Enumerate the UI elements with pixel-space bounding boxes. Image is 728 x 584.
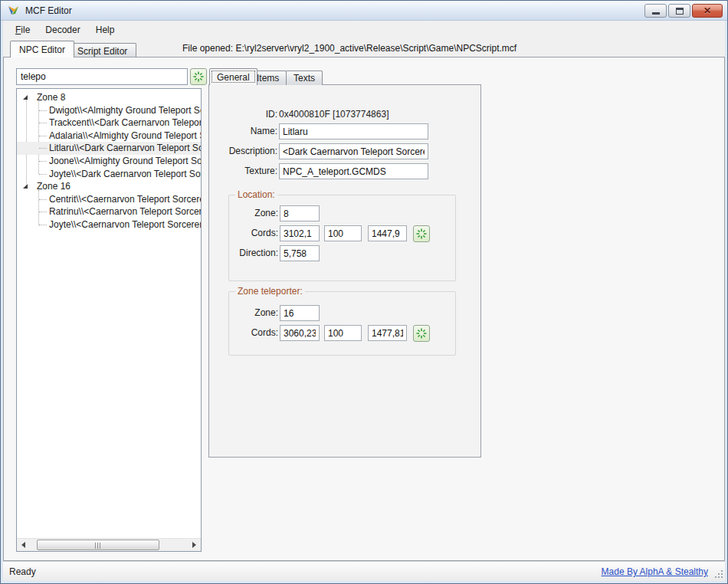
id-value: 0x4000810F [1073774863]	[279, 109, 389, 120]
tree-node-label: Zone 8	[37, 91, 65, 104]
zone-teleporter-group-title: Zone teleporter:	[235, 286, 305, 297]
tree-node-label: Joyte\\<Caernarvon Teleport Sorcerer>	[49, 218, 201, 231]
tab-npc-editor[interactable]: NPC Editor	[10, 41, 74, 57]
tree-node-label: Joone\\<Almighty Ground Teleport Sorc	[49, 155, 201, 168]
location-cord-y-field[interactable]	[324, 225, 362, 241]
status-bar: Ready Made By AlphA & Stealthy	[3, 561, 725, 581]
tree-node-leaf[interactable]: Joyte\\<Dark Caernarvon Teleport Sorc	[17, 168, 201, 181]
tree-horizontal-scrollbar[interactable]	[17, 538, 201, 551]
npc-editor-page: Zone 8 Dwigot\\<Almighty Ground Teleport…	[3, 57, 725, 561]
window-title: MCF Editor	[25, 5, 72, 16]
npc-tree-rows: Zone 8 Dwigot\\<Almighty Ground Teleport…	[17, 89, 201, 231]
tree-node-label: Trackcent\\<Dark Caernarvon Teleport	[49, 116, 201, 130]
description-label: Description:	[213, 143, 277, 159]
client-area: File Decoder Help NPC Editor Script Edit…	[3, 21, 725, 581]
location-group-title: Location:	[235, 189, 277, 200]
teleporter-cord-x-field[interactable]	[280, 325, 320, 341]
close-button[interactable]: ✕	[692, 4, 723, 18]
search-go-button[interactable]	[190, 68, 207, 85]
tree-node-leaf[interactable]: Litlaru\\<Dark Caernarvon Teleport Sor	[17, 142, 201, 155]
tree-node-leaf[interactable]: Joyte\\<Caernarvon Teleport Sorcerer>	[17, 218, 201, 231]
menu-help[interactable]: Help	[88, 22, 123, 38]
menu-decoder[interactable]: Decoder	[38, 22, 87, 38]
location-cord-x-field[interactable]	[280, 225, 320, 241]
sparkle-icon	[193, 71, 204, 82]
location-zone-label: Zone:	[214, 205, 278, 221]
minimize-button[interactable]	[644, 4, 667, 18]
teleporter-cord-y-field[interactable]	[324, 325, 362, 341]
tree-node-leaf[interactable]: Centrit\\<Caernarvon Teleport Sorcerer>	[17, 193, 201, 206]
location-zone-field[interactable]	[280, 205, 320, 221]
tab-script-editor[interactable]: Script Editor	[68, 43, 136, 57]
scroll-left-arrow-icon[interactable]	[17, 539, 30, 551]
file-opened-text: File opened: E:\ryl2server\vryl2_1900_ac…	[182, 43, 516, 54]
name-field[interactable]	[279, 123, 428, 139]
zone-teleporter-group: Zone teleporter: Zone: Cords:	[228, 291, 456, 356]
app-logo-icon	[7, 4, 21, 18]
search-input[interactable]	[16, 68, 188, 85]
menu-file[interactable]: File	[8, 22, 38, 38]
tree-node-label: Joyte\\<Dark Caernarvon Teleport Sorc	[49, 168, 201, 181]
title-bar[interactable]: MCF Editor ✕	[1, 1, 727, 21]
description-field[interactable]	[279, 143, 428, 159]
tree-node-leaf[interactable]: Dwigot\\<Almighty Ground Teleport Sor	[17, 104, 201, 117]
minimize-icon	[652, 12, 660, 15]
tree-node-label: Adalaria\\<Almighty Ground Teleport Sc	[49, 130, 201, 143]
resize-grip-icon[interactable]	[714, 569, 723, 579]
texture-field[interactable]	[279, 163, 428, 179]
tree-node-leaf[interactable]: Trackcent\\<Dark Caernarvon Teleport	[17, 116, 201, 130]
sparkle-icon	[416, 228, 427, 239]
tree-children-group: Centrit\\<Caernarvon Teleport Sorcerer> …	[17, 193, 201, 231]
teleporter-cords-label: Cords:	[214, 325, 278, 341]
tree-node-leaf[interactable]: Joone\\<Almighty Ground Teleport Sorc	[17, 155, 201, 168]
tree-node-label: Ratrinu\\<Caernarvon Teleport Sorcere	[49, 205, 201, 218]
direction-field[interactable]	[280, 245, 320, 261]
texture-label: Texture:	[213, 163, 277, 179]
npc-tree[interactable]: Zone 8 Dwigot\\<Almighty Ground Teleport…	[16, 88, 202, 552]
tab-texts[interactable]: Texts	[286, 71, 323, 85]
tree-node-leaf[interactable]: Ratrinu\\<Caernarvon Teleport Sorcere	[17, 205, 201, 218]
tree-node-label: Litlaru\\<Dark Caernarvon Teleport Sor	[49, 142, 201, 155]
tab-general[interactable]: General	[209, 68, 257, 85]
sparkle-icon	[416, 328, 427, 339]
tree-expand-icon[interactable]	[23, 184, 28, 189]
location-cord-z-field[interactable]	[368, 225, 407, 241]
close-icon: ✕	[703, 6, 711, 15]
tree-expand-icon[interactable]	[23, 95, 28, 100]
location-group: Location: Zone: Cords:	[228, 195, 456, 281]
tree-node-label: Dwigot\\<Almighty Ground Teleport Sor	[49, 104, 201, 117]
tree-node-leaf[interactable]: Adalaria\\<Almighty Ground Teleport Sc	[17, 130, 201, 143]
name-label: Name:	[213, 123, 277, 139]
tree-node-root[interactable]: Zone 8	[17, 91, 201, 104]
location-pick-button[interactable]	[413, 225, 430, 242]
credit-link[interactable]: Made By AlphA & Stealthy	[602, 566, 708, 577]
tree-node-label: Zone 16	[37, 180, 71, 193]
id-label: ID:	[213, 107, 277, 123]
app-window: MCF Editor ✕ File Decoder Help NPC Edito…	[0, 0, 728, 584]
general-panel: ID: 0x4000810F [1073774863] Name: Descri…	[208, 84, 481, 458]
menu-bar: File Decoder Help	[3, 21, 725, 39]
direction-label: Direction:	[214, 245, 278, 261]
main-tab-strip: NPC Editor Script Editor File opened: E:…	[3, 39, 725, 57]
scrollbar-thumb[interactable]	[37, 540, 159, 550]
tree-node-root[interactable]: Zone 16	[17, 180, 201, 193]
teleporter-cord-z-field[interactable]	[368, 325, 407, 341]
scroll-right-arrow-icon[interactable]	[188, 539, 201, 551]
location-cords-label: Cords:	[214, 225, 278, 241]
teleporter-zone-field[interactable]	[280, 305, 320, 321]
status-text: Ready	[9, 566, 36, 577]
maximize-icon	[676, 8, 684, 15]
teleporter-zone-label: Zone:	[214, 305, 278, 321]
teleporter-pick-button[interactable]	[413, 325, 430, 342]
tree-node-label: Centrit\\<Caernarvon Teleport Sorcerer>	[49, 193, 201, 206]
tree-children-group: Dwigot\\<Almighty Ground Teleport Sor Tr…	[17, 104, 201, 181]
maximize-button[interactable]	[668, 4, 690, 18]
